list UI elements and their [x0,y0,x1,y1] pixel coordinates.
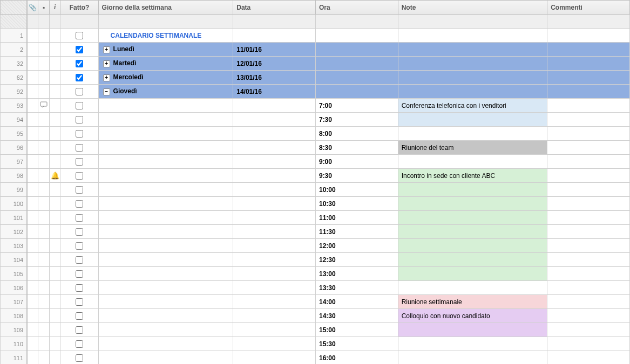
info-cell[interactable]: 🔔 [49,169,60,183]
cell[interactable] [233,309,316,323]
calendar-grid[interactable]: 📎 ▪ i Fatto? Giorno della settimana Data… [0,0,630,364]
comment-cell[interactable] [38,71,50,85]
comment-cell[interactable] [38,267,50,281]
cell[interactable] [98,183,233,197]
comment-cell[interactable] [547,127,630,141]
info-cell[interactable] [49,281,60,295]
done-checkbox[interactable] [76,186,83,194]
note-cell[interactable]: Riunione del team [398,141,547,155]
cell[interactable] [98,15,233,29]
day-name-cell[interactable]: +Lunedì [98,43,233,57]
col-giorno[interactable]: Giorno della settimana [98,1,233,15]
cell[interactable] [233,239,316,253]
comment-cell[interactable] [38,351,50,365]
cell[interactable] [233,113,316,127]
cell[interactable] [60,15,98,29]
attachment-cell[interactable] [27,197,38,211]
note-cell[interactable] [398,337,547,351]
cell[interactable] [98,113,233,127]
time-cell[interactable]: 9:00 [315,155,398,169]
col-attachment[interactable]: 📎 [27,1,38,15]
rownum-cell[interactable]: 108 [1,309,28,323]
done-checkbox-cell[interactable] [60,239,98,253]
info-cell[interactable] [49,99,60,113]
cell[interactable] [315,57,398,71]
cell[interactable] [98,295,233,309]
done-checkbox[interactable] [76,144,83,152]
comment-cell[interactable] [547,141,630,155]
time-slot-row[interactable]: 10714:00Riunione settimanale [1,295,630,309]
done-checkbox-cell[interactable] [60,197,98,211]
cell[interactable] [98,239,233,253]
time-cell[interactable]: 13:30 [315,281,398,295]
done-checkbox-cell[interactable] [60,211,98,225]
comment-cell[interactable] [547,337,630,351]
done-checkbox-cell[interactable] [60,309,98,323]
comment-cell[interactable] [38,43,50,57]
attachment-cell[interactable] [27,267,38,281]
attachment-cell[interactable] [27,85,38,99]
cell[interactable] [315,15,398,29]
time-cell[interactable]: 9:30 [315,169,398,183]
time-cell[interactable]: 14:00 [315,295,398,309]
info-cell[interactable] [49,211,60,225]
rownum-cell[interactable]: 109 [1,323,28,337]
rownum-cell[interactable]: 106 [1,281,28,295]
cell[interactable] [547,85,630,99]
note-cell[interactable] [398,253,547,267]
done-checkbox-cell[interactable] [60,71,98,85]
comment-cell[interactable] [38,337,50,351]
cell[interactable] [547,71,630,85]
attachment-cell[interactable] [27,29,38,43]
cell[interactable] [398,15,547,29]
done-checkbox-cell[interactable] [60,337,98,351]
calendar-title[interactable]: CALENDARIO SETTIMANALE [98,29,233,43]
cell[interactable] [98,337,233,351]
info-cell[interactable] [49,253,60,267]
comment-cell[interactable] [547,169,630,183]
info-cell[interactable] [49,155,60,169]
col-comment[interactable]: ▪ [38,1,50,15]
info-cell[interactable] [49,127,60,141]
attachment-cell[interactable] [27,281,38,295]
rownum-cell[interactable]: 94 [1,113,28,127]
comment-cell[interactable] [38,127,50,141]
done-checkbox-cell[interactable] [60,225,98,239]
comment-cell[interactable] [547,309,630,323]
done-checkbox-cell[interactable] [60,295,98,309]
done-checkbox[interactable] [76,88,83,95]
cell[interactable] [315,71,398,85]
done-checkbox-cell[interactable] [60,43,98,57]
time-slot-row[interactable]: 10412:30 [1,253,630,267]
time-cell[interactable]: 10:30 [315,197,398,211]
done-checkbox-cell[interactable] [60,127,98,141]
note-cell[interactable]: Riunione settimanale [398,295,547,309]
comment-cell[interactable] [547,239,630,253]
info-cell[interactable] [49,183,60,197]
time-slot-row[interactable]: 968:30Riunione del team [1,141,630,155]
day-date-cell[interactable]: 11/01/16 [233,43,316,57]
comment-cell[interactable] [38,113,50,127]
info-cell[interactable] [49,295,60,309]
rownum-cell[interactable]: 102 [1,225,28,239]
done-checkbox[interactable] [76,200,83,208]
comment-cell[interactable] [38,99,50,113]
day-name-cell[interactable]: −Giovedì [98,85,233,99]
time-cell[interactable]: 12:30 [315,253,398,267]
cell[interactable] [233,183,316,197]
cell[interactable] [98,141,233,155]
cell[interactable] [233,155,316,169]
done-checkbox[interactable] [76,326,83,334]
comment-cell[interactable] [38,239,50,253]
note-cell[interactable] [398,155,547,169]
day-row[interactable]: 62+Mercoledì13/01/16 [1,71,630,85]
info-cell[interactable] [49,337,60,351]
done-checkbox-cell[interactable] [60,267,98,281]
comment-cell[interactable] [38,211,50,225]
rownum-cell[interactable]: 32 [1,57,28,71]
attachment-cell[interactable] [27,113,38,127]
comment-cell[interactable] [547,155,630,169]
rownum-cell[interactable]: 1 [1,29,28,43]
note-cell[interactable] [398,351,547,365]
cell[interactable] [398,85,547,99]
